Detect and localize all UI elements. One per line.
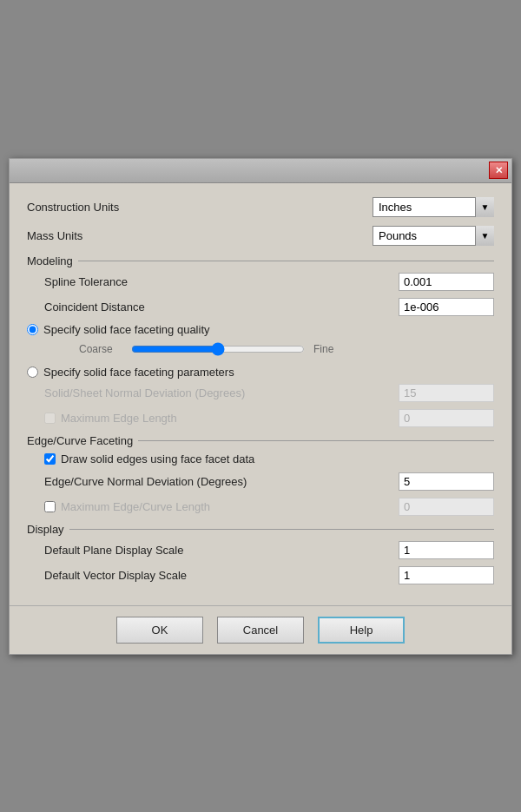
vector-scale-input[interactable] — [399, 566, 494, 584]
normal-deviation-label: Solid/Sheet Normal Deviation (Degrees) — [44, 386, 399, 399]
max-edge-curve-input — [399, 498, 494, 516]
edge-curve-section-content: Draw solid edges using face facet data E… — [27, 452, 494, 516]
modeling-section-title: Modeling — [27, 254, 494, 267]
max-edge-curve-label: Maximum Edge/Curve Length — [61, 500, 399, 513]
settings-dialog: ✕ Construction Units Inches Millimeters … — [9, 158, 512, 655]
cancel-button[interactable]: Cancel — [217, 617, 304, 644]
coincident-distance-row: Coincident Distance — [44, 298, 494, 316]
normal-deviation-input — [399, 384, 494, 402]
edge-normal-deviation-input[interactable] — [399, 472, 494, 491]
mass-units-select-wrapper: Pounds Kilograms Grams ▼ — [373, 226, 494, 246]
normal-deviation-row: Solid/Sheet Normal Deviation (Degrees) — [44, 384, 494, 402]
construction-units-row: Construction Units Inches Millimeters Ce… — [27, 197, 494, 217]
plane-scale-label: Default Plane Display Scale — [44, 544, 399, 557]
spline-tolerance-label: Spline Tolerance — [44, 275, 399, 288]
mass-units-label: Mass Units — [27, 229, 373, 242]
quality-slider[interactable] — [131, 341, 305, 357]
mass-units-select[interactable]: Pounds Kilograms Grams — [373, 226, 494, 246]
ok-button[interactable]: OK — [116, 617, 203, 644]
max-edge-length-label: Maximum Edge Length — [61, 412, 399, 425]
construction-units-label: Construction Units — [27, 201, 373, 214]
radio-quality-input[interactable] — [27, 324, 38, 335]
radio-quality-row: Specify solid face faceting quality — [27, 323, 494, 336]
radio-parameters-row: Specify solid face faceting parameters — [27, 366, 494, 379]
dialog-content: Construction Units Inches Millimeters Ce… — [10, 183, 511, 605]
coincident-distance-label: Coincident Distance — [44, 300, 399, 314]
help-button[interactable]: Help — [318, 617, 405, 644]
modeling-section-content: Spline Tolerance Coincident Distance — [27, 273, 494, 316]
fine-label: Fine — [313, 343, 333, 355]
draw-solid-edges-row: Draw solid edges using face facet data — [44, 452, 494, 465]
spline-tolerance-row: Spline Tolerance — [44, 273, 494, 291]
coarse-label: Coarse — [79, 343, 122, 355]
display-section-title: Display — [27, 523, 494, 536]
plane-scale-input[interactable] — [399, 541, 494, 559]
radio-parameters-input[interactable] — [27, 366, 38, 378]
display-section-content: Default Plane Display Scale Default Vect… — [27, 541, 494, 584]
max-edge-length-checkbox — [44, 413, 56, 424]
vector-scale-label: Default Vector Display Scale — [44, 569, 399, 582]
max-edge-length-input — [399, 409, 494, 427]
construction-units-select[interactable]: Inches Millimeters Centimeters Feet — [373, 197, 494, 217]
radio-parameters-label: Specify solid face faceting parameters — [43, 366, 234, 379]
coincident-distance-input[interactable] — [399, 298, 494, 316]
vector-scale-row: Default Vector Display Scale — [44, 566, 494, 584]
slider-container: Coarse Fine — [27, 341, 494, 357]
draw-solid-edges-label: Draw solid edges using face facet data — [61, 452, 254, 465]
max-edge-length-row: Maximum Edge Length — [44, 409, 494, 427]
construction-units-select-wrapper: Inches Millimeters Centimeters Feet ▼ — [373, 197, 494, 217]
radio-quality-label: Specify solid face faceting quality — [43, 323, 210, 336]
plane-scale-row: Default Plane Display Scale — [44, 541, 494, 559]
mass-units-row: Mass Units Pounds Kilograms Grams ▼ — [27, 226, 494, 246]
close-button[interactable]: ✕ — [489, 162, 508, 179]
title-bar: ✕ — [10, 159, 511, 183]
max-edge-curve-length-row: Maximum Edge/Curve Length — [44, 498, 494, 516]
draw-solid-edges-checkbox[interactable] — [44, 453, 56, 465]
dialog-footer: OK Cancel Help — [10, 605, 511, 654]
parameters-section-content: Solid/Sheet Normal Deviation (Degrees) M… — [27, 384, 494, 427]
edge-normal-deviation-label: Edge/Curve Normal Deviation (Degrees) — [44, 475, 399, 488]
edge-normal-deviation-row: Edge/Curve Normal Deviation (Degrees) — [44, 472, 494, 491]
max-edge-curve-checkbox[interactable] — [44, 501, 56, 512]
edge-curve-section-title: Edge/Curve Faceting — [27, 434, 494, 447]
spline-tolerance-input[interactable] — [399, 273, 494, 291]
